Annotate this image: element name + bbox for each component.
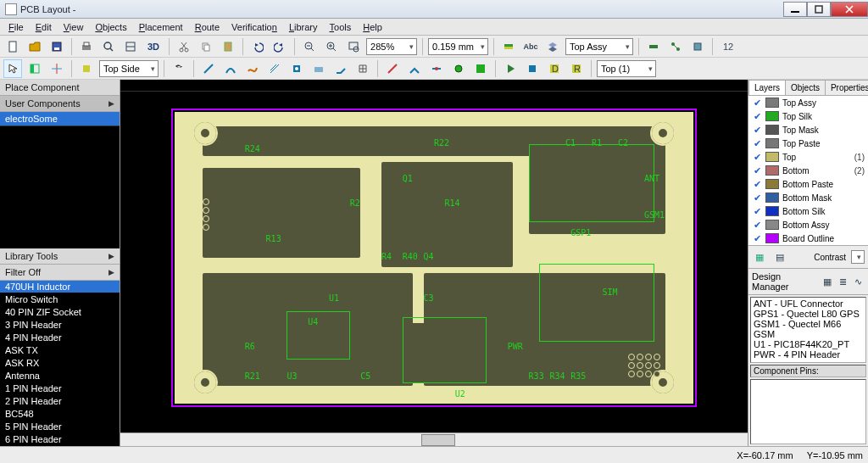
layer-row[interactable]: Top (1) [748, 150, 868, 164]
route-differential-button[interactable] [265, 59, 284, 78]
layer-visible-check[interactable] [752, 206, 762, 216]
layer-row[interactable]: Bottom Silk [748, 204, 868, 218]
layer-swatch[interactable] [765, 138, 779, 148]
menu-objects[interactable]: Objects [90, 20, 131, 34]
list-item[interactable]: Micro Switch [0, 293, 120, 306]
list-item[interactable]: U1 - PIC18F44K20_PT [754, 339, 863, 349]
list-item[interactable]: U2 - M24C64MN1 [754, 360, 863, 363]
undo-button[interactable] [248, 37, 267, 56]
autoroute-stop-button[interactable] [523, 59, 542, 78]
find-button[interactable] [170, 59, 188, 78]
layer-side-button[interactable] [77, 59, 96, 78]
run-drc-button[interactable] [644, 37, 663, 56]
list-item[interactable]: 40 PIN ZIF Socket [0, 306, 120, 319]
remove-vertex-button[interactable] [427, 59, 446, 78]
scrollbar-thumb[interactable] [421, 434, 455, 446]
layer-row[interactable]: Bottom Paste [748, 177, 868, 191]
selected-library[interactable]: electroSome [0, 112, 120, 126]
place-component-header[interactable]: Place Component [0, 80, 120, 96]
menu-route[interactable]: Route [190, 20, 225, 34]
menu-help[interactable]: Help [358, 20, 387, 34]
menu-edit[interactable]: Edit [31, 20, 57, 34]
layers-button[interactable] [543, 37, 562, 56]
component-pins-body[interactable] [750, 379, 866, 444]
list-item[interactable]: GSM1 - Quectel M66 GSM [754, 319, 863, 339]
close-button[interactable] [831, 2, 868, 17]
route-hatch-button[interactable] [309, 59, 328, 78]
layer-swatch[interactable] [765, 179, 779, 189]
print-button[interactable] [77, 37, 96, 56]
3d-view-button[interactable]: 3D [143, 37, 164, 56]
layer-visible-check[interactable] [752, 98, 762, 108]
list-item[interactable]: 2 PIN Header [0, 395, 120, 408]
layer-visible-check[interactable] [752, 192, 762, 203]
layer-visible-check[interactable] [752, 220, 762, 230]
side-combo[interactable]: Top Side [99, 60, 159, 77]
zoom-in-button[interactable] [322, 37, 341, 56]
zoom-out-button[interactable] [300, 37, 319, 56]
layer-row[interactable]: Bottom (2) [748, 164, 868, 177]
origin-button[interactable] [47, 59, 66, 78]
layer-visible-check[interactable] [752, 165, 762, 176]
list-item[interactable]: 1 PIN Header [0, 382, 120, 395]
grid-combo[interactable]: 0.159 mm [428, 38, 488, 55]
layer-combo[interactable]: Top Assy [565, 38, 633, 55]
layer-visible-check[interactable] [752, 138, 762, 148]
user-components-header[interactable]: User Components [0, 96, 120, 112]
zoom-window-button[interactable] [344, 37, 363, 56]
paste-button[interactable] [219, 37, 237, 56]
layer-row[interactable]: Top Silk [748, 109, 868, 123]
new-file-button[interactable] [3, 37, 22, 56]
layer-visible-check[interactable] [752, 125, 762, 135]
layer-swatch[interactable] [765, 220, 779, 230]
menu-view[interactable]: View [58, 20, 89, 34]
menu-library[interactable]: Library [284, 20, 323, 34]
cut-button[interactable] [175, 37, 193, 56]
preview-button[interactable] [99, 37, 118, 56]
text-tool-button[interactable]: Abc [521, 37, 540, 56]
add-layer-button[interactable]: ▦ [752, 249, 767, 265]
layer-swatch[interactable] [765, 192, 779, 203]
layer-display-button[interactable] [499, 37, 518, 56]
contrast-combo[interactable] [851, 250, 865, 264]
via-button[interactable] [449, 59, 468, 78]
layer-swatch[interactable] [765, 165, 779, 176]
list-item[interactable]: 6 PIN Header [0, 433, 120, 446]
route-manual-button[interactable] [199, 59, 218, 78]
zoom-combo[interactable]: 285% [366, 38, 417, 55]
list-item[interactable]: 4 PIN Header [0, 332, 120, 344]
layer-swatch[interactable] [765, 233, 779, 243]
open-file-button[interactable] [25, 37, 44, 56]
drc-check-button[interactable]: D [545, 59, 564, 78]
list-item[interactable]: BC548 [0, 408, 120, 421]
component-button[interactable] [688, 37, 707, 56]
copy-button[interactable] [197, 37, 215, 56]
tab-layers[interactable]: Layers [748, 80, 786, 95]
titleblock-button[interactable] [121, 37, 140, 56]
dm-tree-button[interactable]: ∿ [851, 275, 865, 288]
route-layer-combo[interactable]: Top (1) [597, 60, 656, 77]
fanout-button[interactable] [287, 59, 306, 78]
select-tool-button[interactable] [3, 59, 22, 78]
route-free-button[interactable] [243, 59, 262, 78]
list-item[interactable]: PWR - 4 PIN Header [754, 349, 863, 360]
layer-row[interactable]: Board Outline [748, 232, 868, 245]
list-item[interactable]: GPS1 - Quectel L80 GPS [754, 309, 863, 319]
menu-file[interactable]: File [3, 20, 29, 34]
layer-row[interactable]: Top Assy [748, 96, 868, 109]
layer-swatch[interactable] [765, 125, 779, 135]
list-item[interactable]: ASK TX [0, 344, 120, 357]
pcb-canvas[interactable]: R24R22C1R1C2ANTQ1R2R14GSM1R13Q4R4R40C3U4… [120, 92, 748, 432]
autoroute-run-button[interactable] [501, 59, 520, 78]
layer-swatch[interactable] [765, 206, 779, 216]
list-item[interactable]: 470UH Inductor [0, 281, 120, 293]
horizontal-scrollbar[interactable] [120, 432, 748, 446]
menu-placement[interactable]: Placement [134, 20, 188, 34]
add-vertex-button[interactable] [405, 59, 424, 78]
library-tools-header[interactable]: Library Tools [0, 248, 120, 265]
list-item[interactable]: Antenna [0, 370, 120, 382]
route-arc-button[interactable] [221, 59, 240, 78]
maximize-button[interactable] [807, 2, 831, 17]
layer-visible-check[interactable] [752, 111, 762, 121]
design-manager-list[interactable]: ANT - UFL ConnectorGPS1 - Quectel L80 GP… [750, 297, 866, 363]
